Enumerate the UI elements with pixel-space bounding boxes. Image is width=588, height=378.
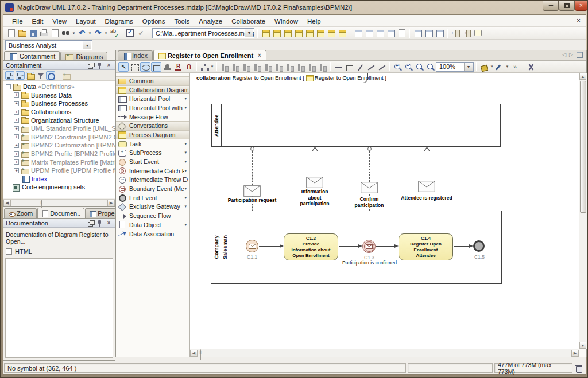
tree-item-bpmn2-customization[interactable]: + BPMN2 Customization [BPMN2 Custo... bbox=[3, 141, 115, 150]
palette-section-common[interactable]: Common bbox=[116, 76, 189, 85]
tree-item-bpmn2-constraints[interactable]: + BPMN2 Constraints [BPMN2 Constra... bbox=[3, 133, 115, 142]
oblique-path-icon[interactable] bbox=[333, 62, 343, 72]
html-checkbox[interactable] bbox=[6, 248, 12, 255]
fill-color-icon[interactable] bbox=[479, 62, 489, 72]
tree-item-matrix-templates-profile[interactable]: + Matrix Templates Profile [Matrix_Te... bbox=[3, 158, 115, 166]
zoom-caret-icon[interactable]: ▾ bbox=[464, 63, 473, 71]
close-button[interactable]: × bbox=[575, 1, 587, 11]
close-panel-icon[interactable]: × bbox=[105, 220, 113, 227]
tree-item-uml-standard-profile[interactable]: + UML Standard Profile [UML_Standar... bbox=[3, 124, 115, 133]
diagram-shortcut-4-icon[interactable] bbox=[293, 28, 303, 38]
align-top-icon[interactable] bbox=[252, 62, 262, 72]
expand-toggle-icon[interactable]: + bbox=[14, 110, 19, 115]
diagram-shortcut-6-icon[interactable] bbox=[315, 28, 325, 38]
distribute-horizontally-icon[interactable] bbox=[285, 62, 295, 72]
zoom-in-icon[interactable]: + bbox=[392, 62, 403, 72]
envelope-icon[interactable] bbox=[306, 177, 323, 188]
documentation-edit-area[interactable] bbox=[5, 258, 113, 358]
layout-tree-icon[interactable] bbox=[199, 62, 210, 72]
zoom-fit-icon[interactable] bbox=[414, 62, 424, 72]
diagram-shortcut-7-icon[interactable] bbox=[326, 28, 336, 38]
caret-down-icon[interactable]: ▾ bbox=[184, 150, 188, 155]
menu-file[interactable]: File bbox=[7, 17, 28, 26]
menu-window[interactable]: Window bbox=[270, 17, 303, 26]
diagram-shortcut-2-icon[interactable] bbox=[272, 28, 281, 38]
model-tool-2-icon[interactable] bbox=[364, 28, 374, 38]
open-folder-icon[interactable] bbox=[61, 72, 70, 79]
rectilinear-path-icon[interactable] bbox=[344, 62, 354, 72]
diagram-shortcut-3-icon[interactable] bbox=[283, 28, 292, 38]
spline-path-icon[interactable] bbox=[377, 62, 387, 72]
menu-layout[interactable]: Layout bbox=[71, 17, 100, 26]
message-label[interactable]: Attendee is registered bbox=[386, 195, 467, 201]
export-icon[interactable] bbox=[462, 28, 471, 38]
diagram-shortcut-8-icon[interactable] bbox=[337, 28, 347, 38]
menu-collaborate[interactable]: Collaborate bbox=[227, 17, 270, 26]
palette-section-process-diagram[interactable]: Process Diagram bbox=[116, 130, 189, 139]
float-panel-icon[interactable] bbox=[87, 220, 94, 227]
caret-down-icon[interactable]: ▾ bbox=[184, 159, 188, 164]
pen-color-icon[interactable] bbox=[494, 62, 505, 72]
matrix-tool-1-icon[interactable] bbox=[413, 28, 423, 38]
zoom-out-icon[interactable]: − bbox=[403, 62, 413, 72]
garbage-collect-icon[interactable] bbox=[574, 364, 583, 373]
layout-caret-icon[interactable]: ▾ bbox=[210, 64, 214, 69]
zoom-level-combo[interactable]: 100% ▾ bbox=[436, 62, 474, 72]
tree-item-index[interactable]: Index bbox=[3, 175, 115, 184]
caret-down-icon[interactable]: ▾ bbox=[184, 106, 188, 110]
sequence-flow[interactable] bbox=[376, 246, 396, 247]
tree-item-organizational-structure[interactable]: + Organizational Structure bbox=[3, 116, 115, 124]
fill-caret-icon[interactable]: ▾ bbox=[490, 64, 494, 69]
envelope-icon[interactable] bbox=[418, 181, 435, 192]
zoom-selection-icon[interactable] bbox=[425, 62, 435, 72]
diagram-canvas[interactable]: collaboration Register to Open Enrollmen… bbox=[190, 73, 579, 349]
start-event-c11[interactable] bbox=[246, 240, 258, 252]
caret-down-icon[interactable]: ▾ bbox=[184, 96, 188, 101]
matrix-tool-2-icon[interactable] bbox=[424, 28, 434, 38]
scroll-left-icon[interactable]: ◀ bbox=[3, 200, 11, 206]
make-same-height-icon[interactable] bbox=[318, 62, 328, 72]
canvas-horizontal-scrollbar[interactable]: ◀ ▶ bbox=[190, 349, 579, 357]
print-icon[interactable] bbox=[39, 28, 49, 38]
open-project-icon[interactable] bbox=[17, 28, 27, 38]
company-pool-band[interactable]: Company bbox=[211, 211, 221, 283]
curved-path-icon[interactable] bbox=[366, 62, 376, 72]
sequence-flow[interactable] bbox=[454, 246, 470, 247]
menu-diagrams[interactable]: Diagrams bbox=[100, 17, 138, 26]
expand-toggle-icon[interactable]: + bbox=[14, 92, 19, 98]
matrix-tool-3-icon[interactable] bbox=[435, 28, 444, 38]
tab-containment[interactable]: Containment bbox=[4, 51, 60, 61]
previous-tab-icon[interactable]: ◁ bbox=[562, 52, 566, 57]
palette-section-conversations[interactable]: Conversations bbox=[116, 121, 189, 130]
tab-documentation[interactable]: Documen.. bbox=[37, 208, 84, 218]
distribute-vertically-icon[interactable] bbox=[296, 62, 306, 72]
palette-item-sequence-flow[interactable]: Sequence Flow bbox=[116, 211, 189, 220]
diagram-frame-header[interactable]: collaboration Register to Open Enrollmen… bbox=[192, 73, 368, 83]
combo-caret-icon[interactable]: ▾ bbox=[245, 29, 253, 37]
tab-register-to-open-enrollment[interactable]: Register to Open Enrollment × bbox=[153, 50, 266, 60]
catch-event-c13[interactable] bbox=[362, 240, 376, 253]
tree-item-business-processes[interactable]: + Business Processes bbox=[3, 99, 115, 108]
caret-down-icon[interactable]: ▾ bbox=[184, 223, 188, 227]
scroll-left-icon[interactable]: ◀ bbox=[190, 350, 198, 357]
attendee-pool-band[interactable]: Attendee bbox=[212, 104, 222, 146]
oval-shape-icon[interactable] bbox=[140, 62, 150, 72]
expand-toggle-icon[interactable]: + bbox=[14, 159, 19, 165]
import-icon[interactable] bbox=[451, 28, 461, 38]
model-tool-5-icon[interactable] bbox=[397, 28, 407, 38]
palette-item-data-association[interactable]: Data Association bbox=[116, 229, 189, 239]
menu-help[interactable]: Help bbox=[303, 17, 326, 26]
menu-tools[interactable]: Tools bbox=[169, 17, 194, 26]
filter-icon[interactable] bbox=[36, 71, 45, 80]
close-panel-icon[interactable]: × bbox=[105, 62, 113, 69]
expand-all-icon[interactable] bbox=[16, 71, 25, 80]
palette-item-horizontal-pool[interactable]: Horizontal Pool ▾ bbox=[116, 94, 189, 103]
palette-item-subprocess[interactable]: SubProcess ▾ bbox=[116, 149, 189, 158]
tab-diagrams[interactable]: Diagrams bbox=[60, 52, 107, 61]
expand-toggle-icon[interactable]: + bbox=[14, 126, 19, 131]
palette-section-collaboration-diagram[interactable]: Collaboration Diagram bbox=[116, 85, 189, 95]
envelope-icon[interactable] bbox=[361, 182, 378, 193]
model-tool-3-icon[interactable] bbox=[375, 28, 385, 38]
align-right-icon[interactable] bbox=[241, 62, 252, 72]
expand-toggle-icon[interactable]: + bbox=[14, 168, 19, 173]
